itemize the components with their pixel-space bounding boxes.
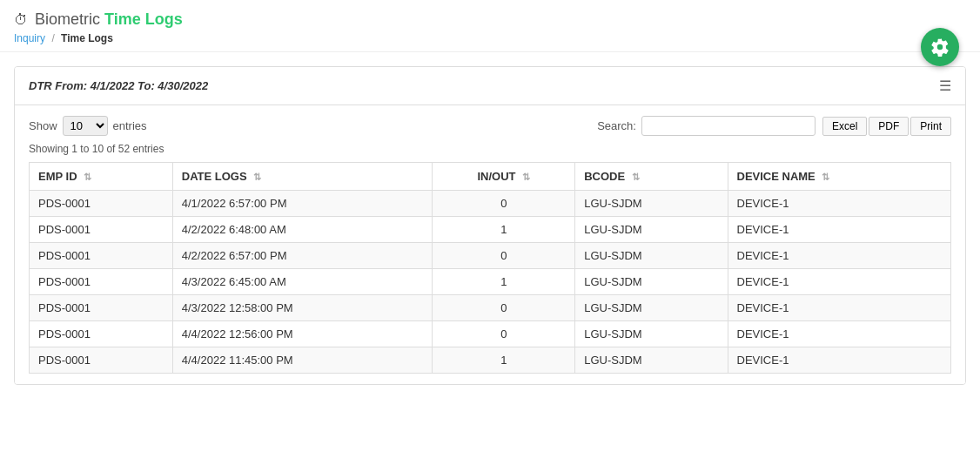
col-date-logs[interactable]: DATE LOGS ⇅ [172, 163, 433, 191]
table-header-row: EMP ID ⇅ DATE LOGS ⇅ IN/OUT ⇅ BCODE ⇅ DE… [30, 163, 951, 191]
card-header: DTR From: 4/1/2022 To: 4/30/2022 ☰ [15, 67, 965, 105]
col-device-name[interactable]: DEVICE NAME ⇅ [728, 163, 951, 191]
title-text: Biometric Time Logs [35, 10, 183, 29]
main-card: DTR From: 4/1/2022 To: 4/30/2022 ☰ Show … [14, 66, 966, 385]
cell-device-name: DEVICE-1 [728, 295, 951, 321]
cell-device-name: DEVICE-1 [728, 243, 951, 269]
table-row: PDS-00014/2/2022 6:48:00 AM1LGU-SJDMDEVI… [30, 217, 951, 243]
breadcrumb-separator: / [51, 32, 54, 44]
show-entries-control: Show 10 25 50 100 entries [29, 116, 147, 136]
cell-bcode: LGU-SJDM [575, 347, 728, 374]
clock-icon: ⏱ [14, 12, 28, 28]
col-bcode[interactable]: BCODE ⇅ [575, 163, 728, 191]
cell-in-out: 0 [433, 321, 575, 347]
print-button[interactable]: Print [910, 117, 951, 136]
cell-emp-id: PDS-0001 [30, 347, 173, 374]
export-buttons: Excel PDF Print [822, 117, 951, 136]
cell-emp-id: PDS-0001 [30, 269, 173, 295]
search-input[interactable] [641, 116, 816, 136]
table-row: PDS-00014/1/2022 6:57:00 PM0LGU-SJDMDEVI… [30, 191, 951, 217]
page-title: ⏱ Biometric Time Logs [14, 10, 966, 29]
breadcrumb-current: Time Logs [61, 32, 113, 44]
table-row: PDS-00014/2/2022 6:57:00 PM0LGU-SJDMDEVI… [30, 243, 951, 269]
cell-emp-id: PDS-0001 [30, 217, 173, 243]
menu-icon[interactable]: ☰ [939, 78, 951, 94]
cell-in-out: 0 [433, 295, 575, 321]
cell-in-out: 1 [433, 347, 575, 374]
cell-device-name: DEVICE-1 [728, 217, 951, 243]
gear-icon [930, 37, 950, 57]
pdf-button[interactable]: PDF [869, 117, 909, 136]
cell-device-name: DEVICE-1 [728, 347, 951, 374]
data-table: EMP ID ⇅ DATE LOGS ⇅ IN/OUT ⇅ BCODE ⇅ DE… [29, 162, 951, 374]
table-row: PDS-00014/3/2022 12:58:00 PM0LGU-SJDMDEV… [30, 295, 951, 321]
cell-bcode: LGU-SJDM [575, 217, 728, 243]
breadcrumb: Inquiry / Time Logs [14, 32, 966, 44]
table-controls: Show 10 25 50 100 entries Search: Excel … [29, 116, 951, 136]
cell-bcode: LGU-SJDM [575, 295, 728, 321]
table-row: PDS-00014/3/2022 6:45:00 AM1LGU-SJDMDEVI… [30, 269, 951, 295]
breadcrumb-parent[interactable]: Inquiry [14, 32, 45, 44]
title-highlight: Time Logs [104, 10, 183, 28]
entries-select[interactable]: 10 25 50 100 [63, 116, 108, 136]
col-emp-id[interactable]: EMP ID ⇅ [30, 163, 173, 191]
col-in-out[interactable]: IN/OUT ⇅ [433, 163, 575, 191]
cell-in-out: 1 [433, 269, 575, 295]
cell-date-logs: 4/3/2022 12:58:00 PM [172, 295, 433, 321]
cell-device-name: DEVICE-1 [728, 191, 951, 217]
table-row: PDS-00014/4/2022 11:45:00 PM1LGU-SJDMDEV… [30, 347, 951, 374]
cell-bcode: LGU-SJDM [575, 269, 728, 295]
header-section: ⏱ Biometric Time Logs Inquiry / Time Log… [0, 0, 980, 52]
dtr-range-label: DTR From: 4/1/2022 To: 4/30/2022 [29, 79, 208, 92]
fab-button[interactable] [921, 28, 959, 66]
sort-icon-bcode: ⇅ [632, 172, 640, 182]
cell-device-name: DEVICE-1 [728, 269, 951, 295]
cell-date-logs: 4/4/2022 11:45:00 PM [172, 347, 433, 374]
cell-in-out: 0 [433, 191, 575, 217]
sort-icon-inout: ⇅ [522, 172, 530, 182]
cell-emp-id: PDS-0001 [30, 243, 173, 269]
cell-date-logs: 4/2/2022 6:57:00 PM [172, 243, 433, 269]
table-row: PDS-00014/4/2022 12:56:00 PM0LGU-SJDMDEV… [30, 321, 951, 347]
show-label: Show [29, 119, 57, 132]
cell-date-logs: 4/1/2022 6:57:00 PM [172, 191, 433, 217]
title-static: Biometric [35, 10, 104, 28]
cell-bcode: LGU-SJDM [575, 191, 728, 217]
table-body: PDS-00014/1/2022 6:57:00 PM0LGU-SJDMDEVI… [30, 191, 951, 374]
cell-in-out: 0 [433, 243, 575, 269]
cell-device-name: DEVICE-1 [728, 321, 951, 347]
sort-icon-datelogs: ⇅ [253, 172, 261, 182]
sort-icon-empid: ⇅ [84, 172, 91, 182]
cell-emp-id: PDS-0001 [30, 321, 173, 347]
search-label: Search: [597, 119, 636, 132]
sort-icon-devicename: ⇅ [822, 172, 829, 182]
cell-date-logs: 4/3/2022 6:45:00 AM [172, 269, 433, 295]
cell-date-logs: 4/4/2022 12:56:00 PM [172, 321, 433, 347]
card-body: Show 10 25 50 100 entries Search: Excel … [15, 105, 965, 384]
cell-in-out: 1 [433, 217, 575, 243]
cell-emp-id: PDS-0001 [30, 191, 173, 217]
entries-info: Showing 1 to 10 of 52 entries [29, 143, 951, 155]
cell-bcode: LGU-SJDM [575, 243, 728, 269]
search-bar: Search: [597, 116, 816, 136]
cell-bcode: LGU-SJDM [575, 321, 728, 347]
cell-emp-id: PDS-0001 [30, 295, 173, 321]
cell-date-logs: 4/2/2022 6:48:00 AM [172, 217, 433, 243]
excel-button[interactable]: Excel [822, 117, 867, 136]
entries-label: entries [113, 119, 147, 132]
